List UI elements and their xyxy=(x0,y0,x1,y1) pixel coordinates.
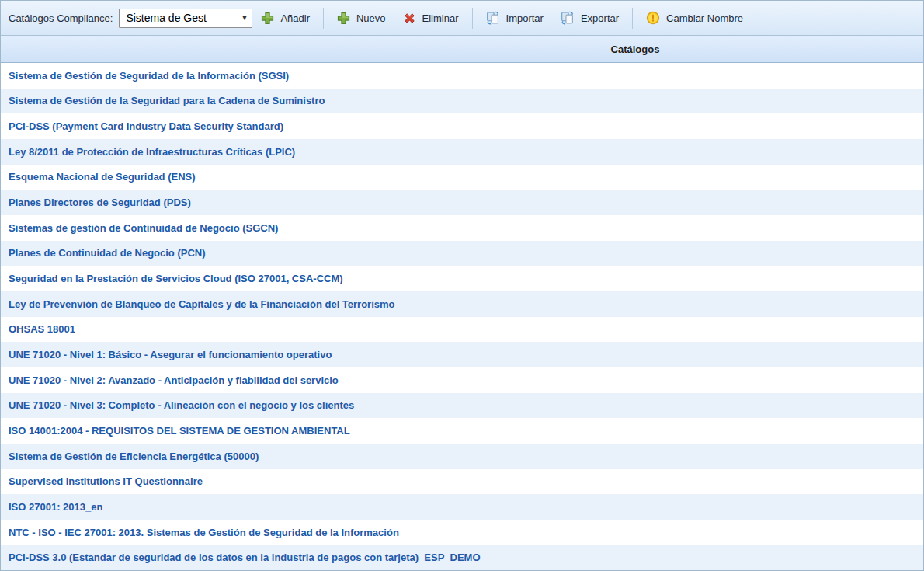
new-button-label: Nuevo xyxy=(356,12,386,24)
catalog-row-label: Planes de Continuidad de Negocio (PCN) xyxy=(9,247,206,259)
catalog-row-label: ISO 27001: 2013_en xyxy=(9,501,102,513)
selected-catalog-value: Sistema de Gest xyxy=(126,12,207,24)
toolbar-separator xyxy=(472,8,473,29)
catalog-row[interactable]: Planes de Continuidad de Negocio (PCN) xyxy=(1,241,923,266)
catalog-row[interactable]: ISO 27001: 2013_en xyxy=(1,494,923,520)
new-icon xyxy=(337,12,350,25)
catalog-row-label: PCI-DSS (Payment Card Industry Data Secu… xyxy=(9,120,283,132)
catalog-manager-window: Catálogos Compliance: Sistema de Gest ▼ … xyxy=(0,0,924,571)
delete-icon xyxy=(403,12,416,25)
catalog-row-label: Ley 8/2011 de Protección de Infraestruct… xyxy=(9,146,295,158)
catalog-row[interactable]: Sistema de Gestión de Eficiencia Energét… xyxy=(1,444,923,469)
grid-header-title: Catálogos xyxy=(611,44,660,55)
catalog-compliance-select[interactable]: Sistema de Gest ▼ xyxy=(119,9,252,28)
new-button[interactable]: Nuevo xyxy=(330,8,393,29)
chevron-down-icon: ▼ xyxy=(241,14,248,22)
catalog-row-label: UNE 71020 - Nivel 1: Básico - Asegurar e… xyxy=(9,349,332,360)
catalog-row-label: Esquema Nacional de Seguridad (ENS) xyxy=(9,171,196,183)
catalog-row[interactable]: UNE 71020 - Nivel 2: Avanzado - Anticipa… xyxy=(1,367,923,393)
catalog-row[interactable]: ISO 14001:2004 - REQUISITOS DEL SISTEMA … xyxy=(1,418,923,444)
catalog-compliance-label: Catálogos Compliance: xyxy=(9,12,113,24)
export-icon xyxy=(561,11,575,25)
add-icon xyxy=(261,12,274,25)
catalog-row-label: Supervised Institutions IT Questionnaire xyxy=(9,475,203,487)
import-button-label: Importar xyxy=(506,12,544,24)
catalog-row[interactable]: OHSAS 18001 xyxy=(1,317,923,343)
catalog-row-label: Seguridad en la Prestación de Servicios … xyxy=(9,273,343,284)
grid-column-header-catalogos[interactable]: Catálogos xyxy=(1,36,923,63)
import-icon xyxy=(486,11,500,25)
catalog-row-label: Planes Directores de Seguridad (PDS) xyxy=(9,197,191,208)
catalog-row[interactable]: PCI-DSS (Payment Card Industry Data Secu… xyxy=(1,113,923,139)
catalog-row-label: UNE 71020 - Nivel 3: Completo - Alineaci… xyxy=(9,399,354,411)
catalog-row[interactable]: Ley de Prevenvión de Blanqueo de Capital… xyxy=(1,291,923,317)
catalog-row-label: ISO 14001:2004 - REQUISITOS DEL SISTEMA … xyxy=(9,425,350,437)
catalog-row[interactable]: Planes Directores de Seguridad (PDS) xyxy=(1,190,923,215)
catalog-row[interactable]: UNE 71020 - Nivel 3: Completo - Alineaci… xyxy=(1,393,923,419)
export-button[interactable]: Exportar xyxy=(554,7,626,29)
catalog-row[interactable]: Seguridad en la Prestación de Servicios … xyxy=(1,266,923,291)
catalog-row-label: PCI-DSS 3.0 (Estandar de seguridad de lo… xyxy=(9,552,481,563)
catalog-row-label: Ley de Prevenvión de Blanqueo de Capital… xyxy=(9,298,395,310)
catalog-row[interactable]: UNE 71020 - Nivel 1: Básico - Asegurar e… xyxy=(1,342,923,367)
add-button[interactable]: Añadir xyxy=(254,8,317,29)
catalog-row[interactable]: PCI-DSS 3.0 (Estandar de seguridad de lo… xyxy=(1,545,923,570)
catalog-row-label: Sistema de Gestión de Eficiencia Energét… xyxy=(9,451,259,462)
import-button[interactable]: Importar xyxy=(479,7,551,29)
catalog-row-label: Sistema de Gestión de Seguridad de la In… xyxy=(9,70,289,82)
catalog-row[interactable]: Sistema de Gestión de Seguridad de la In… xyxy=(1,63,923,89)
catalog-row-label: Sistema de Gestión de la Seguridad para … xyxy=(9,95,325,106)
catalog-row[interactable]: Supervised Institutions IT Questionnaire xyxy=(1,469,923,495)
catalog-row[interactable]: NTC - ISO - IEC 27001: 2013. Sistemas de… xyxy=(1,520,923,545)
catalog-row[interactable]: Ley 8/2011 de Protección de Infraestruct… xyxy=(1,139,923,165)
catalog-row-label: Sistemas de gestión de Continuidad de Ne… xyxy=(9,222,278,234)
delete-button-label: Eliminar xyxy=(422,12,459,24)
delete-button[interactable]: Eliminar xyxy=(396,8,466,29)
catalog-row-label: UNE 71020 - Nivel 2: Avanzado - Anticipa… xyxy=(9,374,339,386)
export-button-label: Exportar xyxy=(581,12,619,24)
catalog-row-label: OHSAS 18001 xyxy=(9,323,75,335)
toolbar-separator xyxy=(323,8,324,29)
add-button-label: Añadir xyxy=(280,12,310,24)
catalog-row[interactable]: Sistema de Gestión de la Seguridad para … xyxy=(1,89,923,114)
catalog-row-label: NTC - ISO - IEC 27001: 2013. Sistemas de… xyxy=(9,527,399,538)
catalog-row[interactable]: Esquema Nacional de Seguridad (ENS) xyxy=(1,165,923,190)
rename-button-label: Cambiar Nombre xyxy=(666,12,743,24)
toolbar: Catálogos Compliance: Sistema de Gest ▼ … xyxy=(1,1,923,36)
catalog-list: Sistema de Gestión de Seguridad de la In… xyxy=(1,63,923,570)
warning-icon xyxy=(646,11,660,25)
rename-button[interactable]: Cambiar Nombre xyxy=(639,7,750,29)
catalog-row[interactable]: Sistemas de gestión de Continuidad de Ne… xyxy=(1,215,923,241)
toolbar-separator xyxy=(632,8,633,29)
